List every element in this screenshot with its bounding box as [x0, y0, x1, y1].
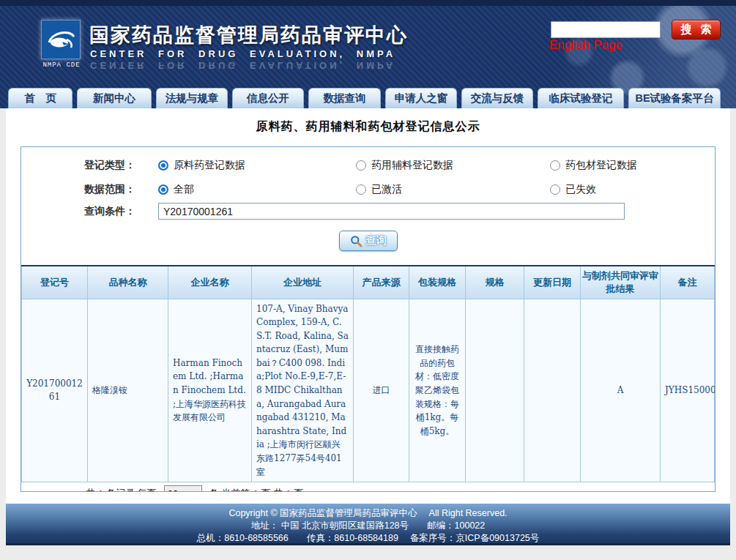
- content-area: 原料药、药用辅料和药包材登记信息公示 登记类型： 原料药登记数据 药用辅料登记数…: [6, 108, 730, 504]
- cell-product-source: 进口: [354, 299, 409, 482]
- col-packaging-spec[interactable]: 包装规格: [409, 266, 466, 299]
- col-variety-name[interactable]: 品种名称: [88, 266, 168, 299]
- col-reg-no[interactable]: 登记号: [22, 266, 88, 299]
- current-page-number: 1: [253, 488, 258, 492]
- pagination-bar: 共 1 条记录,每页 20 条 当前第 1 页 共 1 页: [21, 482, 715, 492]
- radio-icon[interactable]: [356, 160, 366, 171]
- total-pages-number: 1: [286, 488, 291, 492]
- radio-option-excipient-data[interactable]: 药用辅料登记数据: [356, 159, 453, 172]
- query-condition-input[interactable]: [158, 203, 625, 220]
- radio-option-activated[interactable]: 已激活: [356, 183, 402, 196]
- pagination-text: 页: [294, 487, 304, 492]
- registration-type-label: 登记类型：: [84, 159, 135, 172]
- cde-logo-icon: [45, 23, 77, 56]
- site-title-reflection: CENTER FOR DRUG EVALUATION, NMPA: [90, 60, 395, 71]
- radio-icon[interactable]: [158, 184, 168, 195]
- header-top-strip: [0, 0, 736, 6]
- radio-icon[interactable]: [356, 184, 366, 195]
- col-product-source[interactable]: 产品来源: [354, 266, 409, 299]
- pagination-text: 条记录,每页: [106, 487, 157, 492]
- query-condition-label: 查询条件：: [84, 205, 135, 218]
- tab-be-trial-platform[interactable]: BE试验备案平台: [628, 88, 721, 108]
- radio-icon[interactable]: [550, 160, 560, 171]
- results-table: 登记号 品种名称 企业名称 企业地址 产品来源 包装规格 规格 更新日期 与制剂…: [21, 265, 715, 482]
- record-count: 1: [98, 488, 103, 492]
- page-title: 原料药、药用辅料和药包材登记信息公示: [6, 108, 730, 135]
- tab-clinical-trial-registration[interactable]: 临床试验登记: [538, 88, 624, 108]
- footer-contact: 总机：8610-68585566 传真：8610-68584189 备案序号：京…: [6, 532, 730, 545]
- cell-variety-name: 格隆溴铵: [88, 299, 168, 482]
- tab-regulations[interactable]: 法规与规章: [156, 88, 228, 108]
- radio-option-all[interactable]: 全部: [158, 183, 194, 196]
- logo-caption: NMPA CDE: [38, 61, 85, 69]
- radio-icon[interactable]: [550, 184, 560, 195]
- query-submit-button[interactable]: 查询: [339, 231, 398, 251]
- site-title-english: CENTER FOR DRUG EVALUATION, NMPA: [90, 48, 395, 59]
- radio-option-packaging-data[interactable]: 药包材登记数据: [550, 159, 637, 172]
- tab-home[interactable]: 首 页: [8, 88, 73, 108]
- col-spec[interactable]: 规格: [466, 266, 524, 299]
- radio-icon[interactable]: [158, 160, 168, 171]
- radio-label: 药包材登记数据: [565, 159, 637, 172]
- cell-review-result: A: [581, 299, 661, 482]
- footer-copyright: Copyright © 国家药品监督管理局药品审评中心 All Right Re…: [6, 507, 730, 520]
- nmpa-cde-logo[interactable]: [41, 20, 81, 59]
- table-row[interactable]: Y20170001261 格隆溴铵 Harman Finochem Ltd. ;…: [22, 299, 715, 482]
- english-page-link[interactable]: English Page: [549, 38, 622, 53]
- cell-packaging-spec: 直接接触药品的药包材：低密度聚乙烯袋包装规格：每桶1kg。每桶5kg。: [409, 299, 466, 482]
- cell-reg-no: Y20170001261: [22, 299, 88, 482]
- footer-address: 地址： 中国 北京市朝阳区建国路128号 邮编：100022: [6, 520, 730, 532]
- header-banner: NMPA CDE 国家药品监督管理局药品审评中心 CENTER FOR DRUG…: [0, 0, 736, 108]
- tab-communication-feedback[interactable]: 交流与反馈: [461, 88, 533, 108]
- radio-label: 全部: [174, 183, 194, 196]
- site-title-chinese: 国家药品监督管理局药品审评中心: [89, 22, 408, 48]
- query-button-label: 查询: [366, 234, 387, 247]
- pagination-text: 共: [86, 487, 95, 492]
- cell-update-date: [524, 299, 581, 482]
- radio-option-raw-material-data[interactable]: 原料药登记数据: [158, 159, 245, 172]
- query-button-row: 查询: [21, 231, 715, 253]
- data-scope-label: 数据范围：: [84, 183, 135, 196]
- cell-company-address: 107-A, Vinay Bhavya Complex, 159-A, C.S.…: [252, 299, 354, 482]
- tab-data-query[interactable]: 数据查询: [308, 88, 381, 108]
- radio-option-expired[interactable]: 已失效: [550, 183, 596, 196]
- main-navigation: 首 页 新闻中心 法规与规章 信息公开 数据查询 申请人之窗 交流与反馈 临床试…: [8, 84, 729, 108]
- tab-news-center[interactable]: 新闻中心: [77, 88, 152, 108]
- pagination-text: 条 当前第: [209, 487, 250, 492]
- query-panel: 登记类型： 原料药登记数据 药用辅料登记数据 药包材登记数据 数据范围： 全部: [21, 146, 715, 492]
- radio-label: 已激活: [371, 183, 402, 196]
- form-row-query-condition: 查询条件：: [21, 202, 715, 224]
- cell-spec: [466, 299, 524, 482]
- cell-remark: JYHS1500015: [661, 299, 715, 482]
- col-remark[interactable]: 备注: [661, 266, 715, 299]
- form-row-registration-type: 登记类型： 原料药登记数据 药用辅料登记数据 药包材登记数据: [21, 154, 715, 178]
- tab-applicant-window[interactable]: 申请人之窗: [385, 88, 457, 108]
- col-company-name[interactable]: 企业名称: [168, 266, 252, 299]
- col-update-date[interactable]: 更新日期: [524, 266, 581, 299]
- cell-company-name: Harman Finochem Ltd. ;Harman Finochem Lt…: [168, 299, 252, 482]
- site-search-button[interactable]: 搜 索: [672, 20, 721, 40]
- pagination-text: 页 共: [261, 487, 283, 492]
- radio-label: 药用辅料登记数据: [371, 159, 453, 172]
- radio-label: 已失效: [565, 183, 596, 196]
- page-size-select[interactable]: 20: [164, 485, 202, 492]
- site-search-input[interactable]: [551, 21, 661, 38]
- radio-label: 原料药登记数据: [174, 159, 245, 172]
- form-row-data-scope: 数据范围： 全部 已激活 已失效: [21, 178, 715, 202]
- col-company-address[interactable]: 企业地址: [252, 266, 354, 299]
- table-header-row: 登记号 品种名称 企业名称 企业地址 产品来源 包装规格 规格 更新日期 与制剂…: [22, 266, 715, 299]
- col-review-result[interactable]: 与制剂共同审评审批结果: [581, 266, 661, 299]
- page-footer: Copyright © 国家药品监督管理局药品审评中心 All Right Re…: [6, 504, 730, 545]
- tab-information-disclosure[interactable]: 信息公开: [232, 88, 304, 108]
- magnifier-icon: [350, 235, 363, 247]
